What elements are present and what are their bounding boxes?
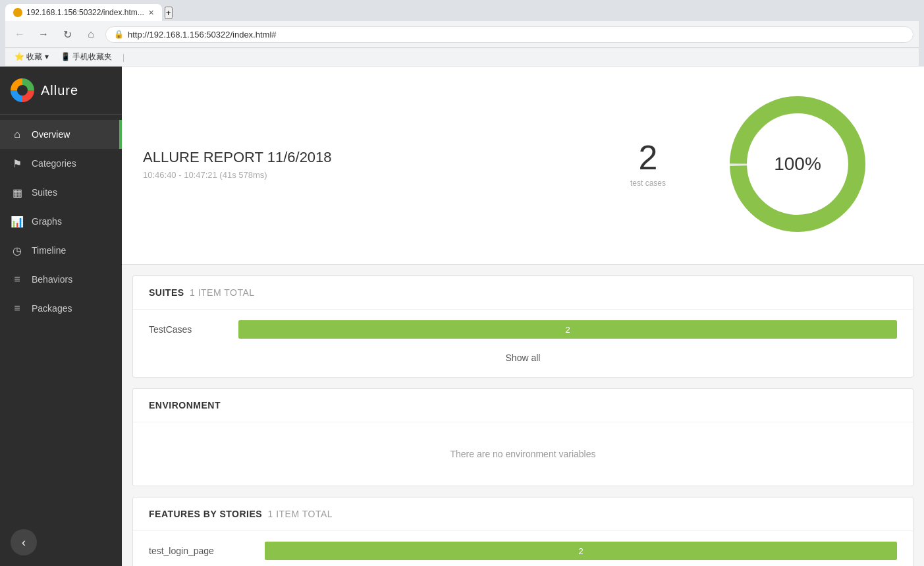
suites-section: SUITES 1 item total TestCases 2 Show all <box>132 275 913 378</box>
tab-bar: 192.168.1.156:50322/index.htm... ✕ + <box>5 4 919 21</box>
bookmarks-bar: ⭐ 收藏 ▾ 📱 手机收藏夹 | <box>5 48 919 67</box>
features-progress-label: 2 <box>578 546 583 556</box>
packages-icon: ≡ <box>11 302 24 315</box>
bookmark-mobile[interactable]: 📱 手机收藏夹 <box>57 50 116 64</box>
tab-title: 192.168.1.156:50322/index.htm... <box>26 8 144 17</box>
suites-title-text: SUITES <box>149 287 184 298</box>
new-tab-button[interactable]: + <box>165 7 173 19</box>
suites-show-all-row: Show all <box>149 344 897 366</box>
back-button[interactable]: ← <box>11 25 29 43</box>
sidebar-item-behaviors[interactable]: ≡ Behaviors <box>0 265 122 294</box>
features-item-count: 1 item total <box>267 509 333 519</box>
suite-name: TestCases <box>149 324 228 335</box>
sidebar-item-timeline[interactable]: ◷ Timeline <box>0 236 122 265</box>
features-progress-bar: 2 <box>265 542 897 560</box>
logo-text: Allure <box>41 83 78 98</box>
sidebar-item-label-suites: Suites <box>32 187 57 198</box>
suite-progress-bar: 2 <box>238 320 897 339</box>
environment-header: ENVIRONMENT <box>133 389 913 422</box>
main-content: ALLURE REPORT 11/6/2018 10:46:40 - 10:47… <box>122 67 924 566</box>
features-progress-fill: 2 <box>265 542 897 560</box>
features-title: FEATURES BY STORIES 1 item total <box>149 509 333 519</box>
sidebar-item-label-packages: Packages <box>32 303 72 314</box>
features-name: test_login_page <box>149 546 254 556</box>
donut-section: 100% <box>719 85 877 243</box>
sidebar-item-graphs[interactable]: 📊 Graphs <box>0 207 122 236</box>
bookmarks-separator: | <box>122 53 124 62</box>
browser-toolbar: ← → ↻ ⌂ 🔒 http://192.168.1.156:50322/ind… <box>5 21 919 48</box>
browser-chrome: 192.168.1.156:50322/index.htm... ✕ + ← →… <box>0 0 924 67</box>
suites-icon: ▦ <box>11 186 24 199</box>
forward-button[interactable]: → <box>34 25 53 43</box>
test-count-label: test cases <box>630 179 666 188</box>
categories-icon: ⚑ <box>11 157 24 170</box>
sidebar-item-label-graphs: Graphs <box>32 216 62 227</box>
close-tab-button[interactable]: ✕ <box>148 9 154 17</box>
sidebar-item-label-timeline: Timeline <box>32 245 66 256</box>
suite-progress-fill: 2 <box>238 320 897 339</box>
environment-empty-message: There are no environment variables <box>149 433 897 475</box>
report-header-card: ALLURE REPORT 11/6/2018 10:46:40 - 10:47… <box>122 67 924 265</box>
sidebar: Allure ⌂ Overview ⚑ Categories ▦ Suites … <box>0 67 122 566</box>
test-count-section: 2 test cases <box>630 140 666 188</box>
secure-icon: 🔒 <box>114 30 124 39</box>
sidebar-item-suites[interactable]: ▦ Suites <box>0 178 122 207</box>
overview-icon: ⌂ <box>11 128 24 141</box>
report-time: 10:46:40 - 10:47:21 (41s 578ms) <box>143 170 604 180</box>
timeline-icon: ◷ <box>11 244 24 257</box>
sidebar-nav: ⌂ Overview ⚑ Categories ▦ Suites 📊 Graph… <box>0 115 122 566</box>
features-section: FEATURES BY STORIES 1 item total test_lo… <box>132 497 913 566</box>
suites-body: TestCases 2 Show all <box>133 310 913 377</box>
sidebar-item-label-overview: Overview <box>32 129 70 140</box>
suites-title: SUITES 1 item total <box>149 287 255 298</box>
environment-body: There are no environment variables <box>133 422 913 486</box>
home-button[interactable]: ⌂ <box>82 25 100 43</box>
sidebar-toggle-button[interactable]: ‹ <box>11 529 37 555</box>
suite-progress-label: 2 <box>565 325 570 335</box>
graphs-icon: 📊 <box>11 215 24 228</box>
suites-show-all-button[interactable]: Show all <box>506 353 541 363</box>
donut-percent-text: 100% <box>774 154 821 175</box>
bookmark-favorites[interactable]: ⭐ 收藏 ▾ <box>11 50 53 64</box>
suites-item-count: 1 item total <box>190 287 255 298</box>
test-count-number: 2 <box>639 140 658 175</box>
address-bar[interactable]: 🔒 http://192.168.1.156:50322/index.html# <box>105 26 913 43</box>
refresh-button[interactable]: ↻ <box>58 25 76 43</box>
environment-section: ENVIRONMENT There are no environment var… <box>132 388 913 486</box>
sidebar-item-categories[interactable]: ⚑ Categories <box>0 149 122 178</box>
behaviors-icon: ≡ <box>11 273 24 286</box>
features-title-text: FEATURES BY STORIES <box>149 509 262 519</box>
sidebar-item-overview[interactable]: ⌂ Overview <box>0 120 122 149</box>
donut-chart: 100% <box>719 85 877 243</box>
sidebar-item-packages[interactable]: ≡ Packages <box>0 294 122 323</box>
sidebar-item-label-categories: Categories <box>32 158 76 169</box>
logo-icon <box>11 78 34 102</box>
report-info: ALLURE REPORT 11/6/2018 10:46:40 - 10:47… <box>143 149 604 180</box>
address-text: http://192.168.1.156:50322/index.html# <box>128 30 277 40</box>
tab-favicon <box>13 8 22 17</box>
suite-row: TestCases 2 <box>149 320 897 339</box>
suites-header: SUITES 1 item total <box>133 276 913 310</box>
report-title: ALLURE REPORT 11/6/2018 <box>143 149 604 166</box>
features-header: FEATURES BY STORIES 1 item total <box>133 497 913 531</box>
logo-inner <box>17 85 28 96</box>
app-layout: Allure ⌂ Overview ⚑ Categories ▦ Suites … <box>0 67 924 566</box>
active-tab[interactable]: 192.168.1.156:50322/index.htm... ✕ <box>5 4 162 21</box>
sidebar-logo: Allure <box>0 67 122 115</box>
features-row: test_login_page 2 <box>149 542 897 560</box>
features-body: test_login_page 2 Show all <box>133 531 913 566</box>
environment-title: ENVIRONMENT <box>149 400 221 410</box>
sidebar-item-label-behaviors: Behaviors <box>32 274 72 285</box>
